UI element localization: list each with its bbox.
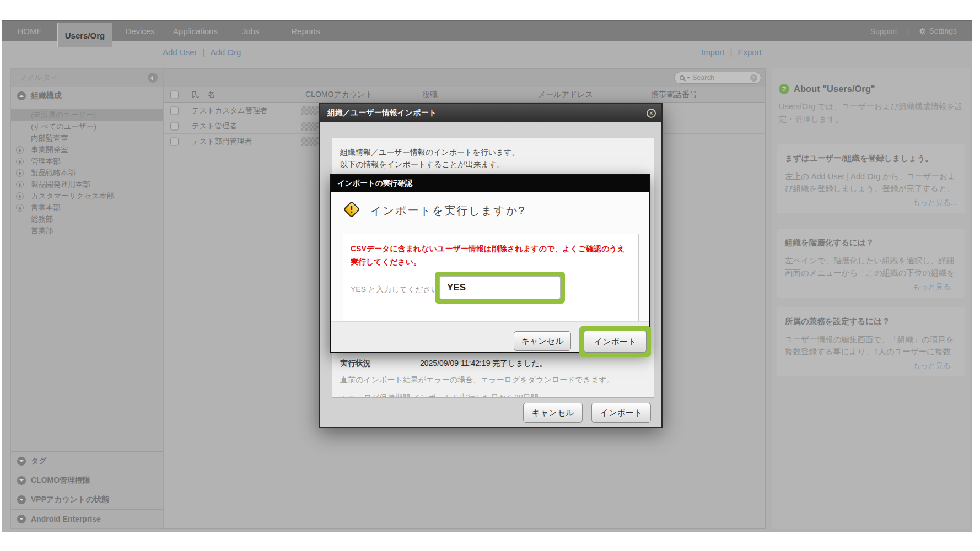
warning-icon: ! xyxy=(342,199,362,222)
org-item[interactable]: 管理本部 xyxy=(11,155,163,167)
about-description: Users/Org では、ユーザーおよび組織構成情報を設定・管理します。 xyxy=(779,100,963,126)
org-item[interactable]: 総務部 xyxy=(11,213,163,225)
confirm-question-row: ! インポートを実行しますか? xyxy=(342,199,525,222)
search-scope-dropdown-icon[interactable] xyxy=(687,77,690,80)
add-links-row: Add User | Add Org xyxy=(163,46,241,57)
expand-icon[interactable] xyxy=(16,204,24,212)
close-icon[interactable]: × xyxy=(647,109,656,118)
csv-warning-text: CSVデータに含まれないユーザー情報は削除されますので、よくご確認のうえ実行して… xyxy=(351,242,631,268)
org-item[interactable]: 営業本部 xyxy=(11,202,163,213)
row-checkbox[interactable] xyxy=(170,106,179,115)
tab-home[interactable]: HOME xyxy=(2,21,57,41)
tab-jobs[interactable]: Jobs xyxy=(223,21,278,41)
org-item-unassigned[interactable]: (未所属のユーザー) xyxy=(11,109,163,121)
expand-icon[interactable] xyxy=(16,146,24,154)
modal-import-button[interactable]: インポート xyxy=(591,403,651,423)
sidebar-collapse-button[interactable] xyxy=(148,73,158,83)
search-placeholder: Search xyxy=(692,74,714,82)
import-button-highlight: インポート xyxy=(579,326,651,357)
chevron-up-circle-icon xyxy=(17,91,26,100)
error-log-note: 直前のインポート結果がエラーの場合、エラーログをダウンロードできます。 xyxy=(340,375,615,385)
settings-link[interactable]: Settings xyxy=(919,26,957,36)
see-more-link[interactable]: もっと見る... xyxy=(785,198,957,208)
chevron-down-circle-icon xyxy=(17,457,26,466)
confirm-import-button[interactable]: インポート xyxy=(584,331,647,353)
tab-reports[interactable]: Reports xyxy=(278,21,333,41)
expand-icon[interactable] xyxy=(16,158,24,165)
tab-devices[interactable]: Devices xyxy=(112,21,168,41)
chevron-down-circle-icon xyxy=(17,495,26,504)
help-card: 組織を階層化するには？ 左ペインで、階層化したい組織を選択し、詳細画面のメニュー… xyxy=(777,229,965,298)
filter-sidebar: フィルター 組織構成 (未所属のユーザー) (すべてのユーザー) 内部監査室 事… xyxy=(10,68,164,529)
expand-icon[interactable] xyxy=(16,181,24,188)
import-link[interactable]: Import xyxy=(701,47,725,57)
org-tree: (未所属のユーザー) (すべてのユーザー) 内部監査室 事業開発室 管理本部 製… xyxy=(11,105,163,236)
add-links-divider: | xyxy=(203,47,205,57)
search-strip: Search × xyxy=(164,69,765,87)
row-checkbox[interactable] xyxy=(170,122,179,130)
sidebar-bottom-sections: タグ CLOMO管理権限 VPPアカウントの状態 Android Enterpr… xyxy=(11,451,163,528)
confirm-question: インポートを実行しますか? xyxy=(370,203,525,218)
chevron-down-circle-icon xyxy=(17,476,26,485)
gear-icon xyxy=(919,28,926,36)
yes-confirmation-input[interactable] xyxy=(439,276,561,299)
yes-input-highlight xyxy=(435,272,565,304)
org-item[interactable]: 営業部 xyxy=(11,225,163,236)
help-card: 所属の兼務を設定するには？ ユーザー情報の編集画面で、「組織」の項目を複数登録す… xyxy=(777,307,965,376)
add-org-link[interactable]: Add Org xyxy=(210,47,241,57)
org-item[interactable]: 製品開発運用本部 xyxy=(11,179,163,190)
tab-users-org[interactable]: Users/Org xyxy=(57,23,112,47)
row-checkbox[interactable] xyxy=(170,137,179,145)
status-value: 2025/09/09 11:42:19 完了しました。 xyxy=(420,359,547,369)
select-all-checkbox[interactable] xyxy=(170,91,179,99)
about-title: About "Users/Org" xyxy=(794,84,875,94)
chevron-down-circle-icon xyxy=(17,515,26,523)
search-clear-icon[interactable]: × xyxy=(750,74,757,82)
section-org-structure[interactable]: 組織構成 xyxy=(11,87,163,105)
org-item-all-users[interactable]: (すべてのユーザー) xyxy=(11,121,163,132)
expand-icon[interactable] xyxy=(16,169,24,177)
org-item[interactable]: 製品戦略本部 xyxy=(11,167,163,179)
about-panel: ? About "Users/Org" Users/Org では、ユーザーおよび… xyxy=(772,68,970,529)
search-icon xyxy=(679,74,686,82)
svg-text:!: ! xyxy=(350,205,353,214)
support-link[interactable]: Support xyxy=(870,27,897,36)
export-link[interactable]: Export xyxy=(737,47,761,57)
import-modal-title: 組織／ユーザー情報インポート xyxy=(327,108,437,118)
filter-title: フィルター xyxy=(19,73,58,83)
top-navigation-bar: HOME Users/Org Devices Applications Jobs… xyxy=(2,20,972,41)
import-export-divider: | xyxy=(730,47,733,57)
confirm-content-box: CSVデータに含まれないユーザー情報は削除されますので、よくご確認のうえ実行して… xyxy=(343,234,639,321)
topbar-divider: | xyxy=(907,27,909,36)
section-android-enterprise[interactable]: Android Enterprise xyxy=(11,509,163,528)
import-intro: 組織情報／ユーザー情報のインポートを行います。 以下の情報をインポートすることが… xyxy=(340,146,520,170)
expand-icon[interactable] xyxy=(16,192,24,200)
tab-applications[interactable]: Applications xyxy=(168,21,223,41)
add-user-link[interactable]: Add User xyxy=(163,47,197,57)
table-header: 氏 名 CLOMOアカウント 役職 メールアドレス 携帯電話番号 xyxy=(164,87,765,103)
confirm-cancel-button[interactable]: キャンセル xyxy=(514,331,571,351)
help-card: まずはユーザー/組織を登録しましょう。 左上の Add User | Add O… xyxy=(777,144,965,213)
topbar-right-group: Support | Settings xyxy=(870,21,972,41)
about-title-row: ? About "Users/Org" xyxy=(779,84,875,94)
filter-header: フィルター xyxy=(11,69,163,87)
confirm-dialog-title: インポートの実行確認 xyxy=(337,179,413,188)
yes-input-label: YES と入力してください xyxy=(351,285,439,295)
org-item[interactable]: カスタマーサクセス本部 xyxy=(11,190,163,202)
import-modal-titlebar: 組織／ユーザー情報インポート × xyxy=(320,104,661,122)
section-tags[interactable]: タグ xyxy=(11,451,163,471)
section-clomo-admin-rights[interactable]: CLOMO管理権限 xyxy=(11,471,163,490)
retention-note: エラーログ保持期間 インポートを実行した日から30日間 xyxy=(340,393,539,398)
see-more-link[interactable]: もっと見る... xyxy=(785,361,957,371)
import-confirm-dialog: インポートの実行確認 ! インポートを実行しますか? CSVデータに含まれないユ… xyxy=(330,174,650,353)
confirm-dialog-titlebar: インポートの実行確認 xyxy=(331,175,649,192)
import-export-row: Import | Export xyxy=(701,46,762,57)
see-more-link[interactable]: もっと見る... xyxy=(785,282,957,292)
modal-cancel-button[interactable]: キャンセル xyxy=(523,403,583,423)
org-item[interactable]: 内部監査室 xyxy=(11,132,163,144)
section-vpp-account-status[interactable]: VPPアカウントの状態 xyxy=(11,490,163,509)
status-label: 実行状況 xyxy=(340,359,371,369)
help-question-icon: ? xyxy=(779,84,789,94)
search-input[interactable]: Search × xyxy=(674,72,761,84)
org-item[interactable]: 事業開発室 xyxy=(11,144,163,155)
